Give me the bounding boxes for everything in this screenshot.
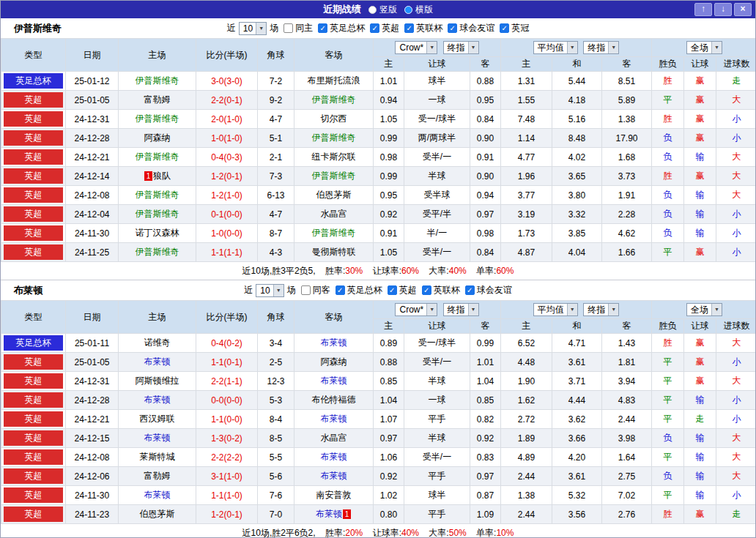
goals-result-cell: 小	[716, 243, 756, 262]
competition-checkbox[interactable]: ✓英联杯	[404, 22, 442, 34]
average-select[interactable]: 平均值▼	[533, 303, 578, 316]
handicap-cell: 两/两球半	[404, 129, 470, 148]
goals-result-cell: 大	[716, 467, 756, 486]
away-team-cell: 布莱顿1	[294, 505, 374, 524]
avg-away-cell: 4.83	[602, 391, 652, 410]
bookmaker-select[interactable]: Crow*▼	[395, 41, 437, 54]
avg-away-cell: 5.89	[602, 91, 652, 110]
home-odds-cell: 0.97	[374, 429, 404, 448]
corner-cell: 9-2	[258, 91, 294, 110]
date-cell: 24-12-14	[66, 167, 119, 186]
average-select[interactable]: 平均值▼	[533, 41, 578, 54]
odds-stage-select[interactable]: 终指▼	[443, 303, 479, 316]
match-count-select[interactable]: 10▼	[256, 284, 284, 297]
away-team-cell: 布伦特福德	[294, 391, 374, 410]
average-stage-select-value: 终指	[588, 304, 605, 316]
competition-label: 英足总杯	[330, 22, 365, 34]
goals-result-cell: 大	[716, 148, 756, 167]
checkbox-checked-icon: ✓	[336, 285, 345, 295]
avg-away-cell: 4.62	[602, 224, 652, 243]
score-cell: 1-1(1-0)	[196, 486, 258, 505]
home-team-cell: 1狼队	[119, 167, 196, 186]
score-cell: 0-1(0-0)	[196, 205, 258, 224]
corner-cell: 5-6	[258, 467, 294, 486]
move-down-button[interactable]: ↓	[714, 3, 732, 16]
competition-cell: 英超	[1, 110, 66, 129]
away-team-cell: 布莱顿	[294, 334, 374, 353]
date-cell: 25-01-12	[66, 72, 119, 91]
average-stage-select[interactable]: 终指▼	[583, 41, 619, 54]
bookmaker-select[interactable]: Crow*▼	[395, 303, 437, 316]
away-team-cell: 布里斯托流浪	[294, 72, 374, 91]
goals-result-cell: 走	[716, 505, 756, 524]
close-button[interactable]: ×	[734, 3, 752, 16]
competition-cell: 英超	[1, 243, 66, 262]
average-stage-select[interactable]: 终指▼	[583, 303, 619, 316]
section-header: 伊普斯维奇 近10▼场同主✓英足总杯✓英超✓英联杯✓球会友谊✓英冠	[1, 18, 755, 38]
avg-away-cell: 1.91	[602, 186, 652, 205]
competition-checkbox[interactable]: ✓球会友谊	[465, 284, 512, 296]
home-team-name: 富勒姆	[144, 94, 171, 105]
home-team-cell: 布莱顿	[119, 486, 196, 505]
horizontal-view-radio[interactable]: 横版	[404, 4, 433, 16]
result-cell: 平	[652, 372, 684, 391]
match-count-select[interactable]: 10▼	[239, 22, 267, 35]
fulltime-select[interactable]: 全场▼	[686, 41, 722, 54]
goals-result-cell: 小	[716, 410, 756, 429]
result-cell: 胜	[652, 505, 684, 524]
match-row: 英超24-12-06富勒姆3-1(1-0)5-6布莱顿0.92平手0.972.4…	[1, 467, 756, 486]
competition-checkbox[interactable]: ✓英足总杯	[336, 284, 382, 296]
away-odds-cell: 1.09	[470, 505, 501, 524]
handicap-cell: 平手	[404, 410, 470, 429]
checkbox-icon	[284, 23, 293, 33]
home-odds-cell: 0.91	[374, 224, 404, 243]
vertical-view-radio[interactable]: 竖版	[368, 4, 397, 16]
bookmaker-select-value: Crow*	[399, 305, 423, 315]
home-odds-cell: 0.95	[374, 186, 404, 205]
date-cell: 24-12-28	[66, 129, 119, 148]
summary-stat: 胜率:20%	[325, 528, 363, 538]
goals-result-cell: 大	[716, 167, 756, 186]
away-odds-cell: 0.95	[470, 91, 501, 110]
handicap-result-cell: 输	[684, 224, 716, 243]
odds-stage-select[interactable]: 终指▼	[443, 41, 479, 54]
home-odds-cell: 1.01	[374, 72, 404, 91]
competition-checkbox[interactable]: ✓英超	[388, 284, 417, 296]
competition-checkbox[interactable]: ✓英联杯	[422, 284, 460, 296]
corner-cell: 3-4	[258, 334, 294, 353]
home-team-cell: 富勒姆	[119, 467, 196, 486]
same-venue-checkbox[interactable]: 同客	[301, 284, 330, 296]
competition-checkbox[interactable]: ✓球会友谊	[448, 22, 494, 34]
fulltime-select[interactable]: 全场▼	[686, 303, 722, 316]
fulltime-select-value: 全场	[691, 304, 708, 316]
average-select-value: 平均值	[538, 304, 564, 316]
competition-checkbox[interactable]: ✓英超	[370, 22, 399, 34]
home-team-name: 布莱顿	[144, 356, 171, 367]
home-odds-cell: 1.07	[374, 410, 404, 429]
away-odds-cell: 0.94	[470, 186, 501, 205]
handicap-cell: 一球	[404, 91, 470, 110]
team-name: 布莱顿	[14, 284, 42, 297]
move-up-button[interactable]: ↑	[694, 3, 712, 16]
away-odds-cell: 0.99	[470, 334, 501, 353]
competition-checkbox[interactable]: ✓英冠	[500, 22, 529, 34]
match-row: 英超24-12-141狼队1-2(0-1)7-3伊普斯维奇0.99半球0.901…	[1, 167, 756, 186]
avg-home-cell: 3.77	[501, 186, 552, 205]
date-cell: 24-12-31	[66, 110, 119, 129]
subcol-avg-away: 客	[602, 319, 652, 334]
corner-cell: 4-7	[258, 205, 294, 224]
competition-cell: 英超	[1, 129, 66, 148]
summary-record: 近10场,胜3平2负5,	[242, 266, 316, 276]
avg-draw-cell: 4.71	[552, 334, 602, 353]
same-venue-checkbox[interactable]: 同主	[284, 22, 313, 34]
same-venue-label: 同主	[295, 22, 313, 34]
home-odds-cell: 0.88	[374, 353, 404, 372]
col-header-home: 主场	[119, 301, 196, 334]
avg-away-cell: 1.64	[602, 448, 652, 467]
goals-result-cell: 大	[716, 429, 756, 448]
score-cell: 1-1(0-0)	[196, 410, 258, 429]
handicap-cell: 受一/球半	[404, 110, 470, 129]
checkbox-checked-icon: ✓	[465, 285, 475, 295]
score-cell: 3-0(3-0)	[196, 72, 258, 91]
competition-checkbox[interactable]: ✓英足总杯	[318, 22, 365, 34]
